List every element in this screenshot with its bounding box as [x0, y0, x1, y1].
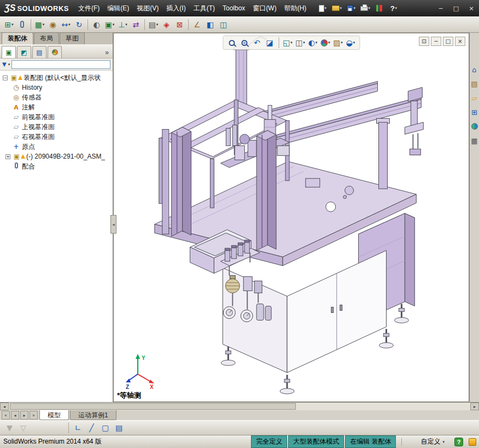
bom-button[interactable]: ▤▾ — [147, 18, 160, 31]
section-button[interactable]: ◧ — [204, 18, 217, 31]
menu-help[interactable]: 帮助(H) — [281, 0, 311, 16]
scroll-left-button[interactable]: ◂ — [0, 403, 9, 410]
new-motion-study-button[interactable]: ⇄ — [130, 18, 142, 31]
insert-component-button[interactable]: ⊞▾ — [3, 18, 15, 31]
view-orientation-button[interactable]: ◱▾ — [282, 37, 293, 48]
zoom-to-area-button[interactable] — [239, 37, 250, 48]
minimize-button[interactable]: ─ — [433, 2, 448, 14]
save-button[interactable]: ▾ — [344, 2, 358, 14]
expand-box[interactable]: + — [5, 154, 10, 159]
home-icon[interactable]: ⌂ — [470, 65, 479, 74]
filter-input[interactable] — [11, 60, 110, 69]
scroll-right-button[interactable]: ▸ — [470, 403, 479, 410]
custom-dropdown[interactable]: 自定义 ▾ — [416, 436, 449, 447]
menu-tools[interactable]: 工具(T) — [190, 0, 219, 16]
tree-item-subassembly[interactable]: + ▣ (-) 209049B-291-00_ASM_ — [0, 152, 113, 161]
view-settings-button[interactable]: ◒▾ — [345, 37, 356, 48]
rotate-component-button[interactable]: ↻ — [73, 18, 85, 31]
maximize-button[interactable]: □ — [448, 2, 464, 14]
quick-tips-icon[interactable] — [469, 438, 476, 446]
doc-restore-button[interactable]: ⊡ — [419, 37, 429, 46]
propertymanager-tab[interactable]: ◩ — [17, 46, 31, 58]
previous-view-button[interactable]: ↶ — [252, 37, 262, 48]
edit-appearance-button[interactable]: ▾ — [320, 37, 331, 48]
tab-nav-first-button[interactable]: « — [2, 411, 10, 420]
appearance-ball-icon — [320, 39, 328, 46]
mate-button[interactable] — [16, 18, 28, 31]
tree-item-origin[interactable]: + 原点 — [0, 142, 113, 152]
menu-insert[interactable]: 插入(I) — [162, 0, 189, 16]
status-help-button[interactable]: ? — [454, 438, 463, 446]
appearances-sphere-icon[interactable] — [470, 121, 479, 131]
tree-item-annotations[interactable]: A 注解 — [0, 102, 113, 112]
print-button[interactable]: ▾ — [358, 2, 372, 14]
display-style-button[interactable]: ◫▾ — [295, 37, 306, 48]
smart-fasteners-button[interactable]: ◉ — [46, 18, 59, 31]
menu-view[interactable]: 视图(V) — [133, 0, 162, 16]
close-button[interactable]: × — [464, 2, 479, 14]
file-explorer-folder-icon[interactable]: ▱ — [470, 93, 479, 103]
menu-window[interactable]: 窗口(W) — [249, 0, 280, 16]
new-document-button[interactable]: ▾ — [316, 2, 329, 14]
hide-show-items-button[interactable]: ◐▾ — [307, 37, 318, 48]
menu-edit[interactable]: 编辑(E) — [103, 0, 133, 16]
tree-item-right-plane[interactable]: ▱ 右视基准面 — [0, 132, 113, 142]
orientation-triad[interactable]: Y X Z — [125, 351, 156, 389]
show-hidden-icon: ◐ — [93, 21, 100, 28]
menu-toolbox[interactable]: Toolbox — [219, 0, 249, 16]
tab-assembly[interactable]: 装配体 — [2, 32, 33, 44]
tab-nav-last-button[interactable]: » — [30, 411, 38, 420]
tree-item-front-plane[interactable]: ▱ 前视基准面 — [0, 112, 113, 122]
measure-button[interactable]: ∠ — [191, 18, 203, 31]
menu-file[interactable]: 文件(F) — [74, 0, 103, 16]
assembly-features-button[interactable]: ▣▾ — [103, 18, 116, 31]
zoom-to-fit-button[interactable] — [226, 37, 237, 48]
design-library-icon[interactable]: ▤ — [470, 79, 479, 89]
apply-scene-button[interactable]: ▨▾ — [332, 37, 343, 48]
tree-item-top-plane[interactable]: ▱ 上视基准面 — [0, 122, 113, 132]
displaymanager-tab[interactable] — [48, 46, 62, 58]
doc-maximize-button[interactable]: □ — [443, 37, 453, 46]
tab-layout[interactable]: 布局 — [34, 32, 59, 44]
featuremanager-tab[interactable]: ▣ — [2, 46, 16, 58]
filter-surface-button[interactable]: ▤ — [113, 421, 125, 434]
filter-edges-button[interactable]: ╱ — [85, 421, 98, 434]
help-button[interactable]: ?▾ — [387, 2, 400, 14]
custom-properties-icon[interactable]: ▦ — [470, 136, 479, 146]
assembly-model[interactable] — [114, 33, 469, 402]
large-assembly-mode-button[interactable]: ◫ — [217, 18, 230, 31]
tab-nav-prev-button[interactable]: ◂ — [11, 411, 19, 420]
panel-collapse-handle[interactable]: ◂ — [110, 215, 116, 234]
tab-nav-next-button[interactable]: ▸ — [20, 411, 28, 420]
tree-item-assembly-root[interactable]: − ▣ 装配图 (默认<默认_显示状 — [0, 73, 113, 83]
scrollbar-thumb[interactable] — [10, 403, 296, 410]
panel-overflow-chevrons[interactable]: » — [105, 49, 111, 58]
filter-funnel-icon[interactable]: ▼ — [2, 62, 7, 67]
filter-vertices-button[interactable]: ∟ — [72, 421, 84, 434]
scrollbar-track[interactable] — [9, 403, 470, 410]
graphics-area[interactable]: ↶ ◪ ◱▾ ◫▾ ◐▾ ▾ ▨▾ ◒▾ ⊡ ─ □ × Y X Z *等轴测 — [113, 33, 469, 402]
move-component-button[interactable]: ↔▾ — [60, 18, 72, 31]
show-hidden-button[interactable]: ◐ — [90, 18, 103, 31]
filter-faces-button[interactable]: ▢ — [99, 421, 112, 434]
reference-geometry-button[interactable]: ⊥▾ — [116, 18, 129, 31]
doc-close-button[interactable]: × — [455, 37, 465, 46]
tab-model[interactable]: 模型 — [39, 410, 69, 420]
configurationmanager-tab[interactable]: ▤ — [32, 46, 46, 58]
tab-motion-study[interactable]: 运动算例1 — [70, 410, 116, 420]
tree-item-mates[interactable]: 配合 — [0, 161, 113, 171]
section-view-button[interactable]: ◪ — [264, 37, 275, 48]
linear-pattern-button[interactable]: ▦▾ — [33, 18, 46, 31]
toggle-filters-button[interactable]: ▽ — [17, 421, 30, 434]
doc-minimize-button[interactable]: ─ — [431, 37, 441, 46]
open-button[interactable]: ▾ — [330, 2, 343, 14]
collapse-box[interactable]: − — [3, 75, 8, 80]
tree-item-history[interactable]: ◷ History — [0, 83, 113, 92]
tab-sketch[interactable]: 草图 — [60, 32, 85, 44]
performance-button[interactable] — [372, 2, 386, 14]
tree-item-sensors[interactable]: ◎ 传感器 — [0, 92, 113, 102]
exploded-view-button[interactable]: ◈ — [160, 18, 173, 31]
interference-detection-button[interactable]: ⊠ — [173, 18, 186, 31]
view-palette-icon[interactable]: ⊞ — [470, 107, 479, 117]
clear-filters-button[interactable]: ▼ — [3, 421, 16, 434]
